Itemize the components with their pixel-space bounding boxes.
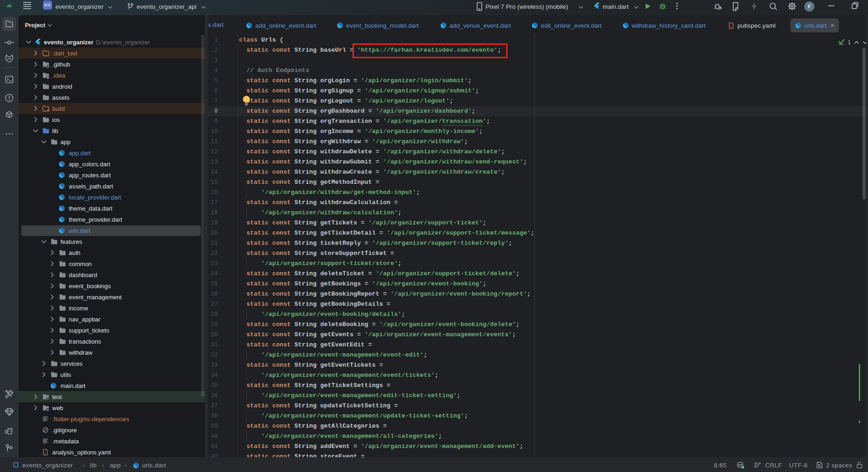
svg-text:y: y [730, 24, 732, 28]
svg-text:✱: ✱ [47, 109, 49, 112]
svg-text:✱: ✱ [46, 76, 49, 79]
svg-text:y: y [44, 451, 46, 454]
